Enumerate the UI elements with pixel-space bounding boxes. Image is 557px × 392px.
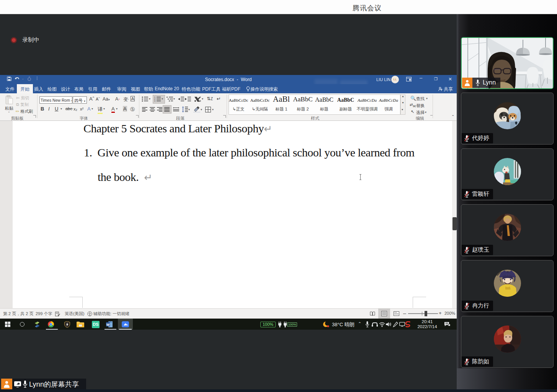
svg-text:W: W	[106, 323, 110, 327]
svg-text:3: 3	[154, 100, 155, 102]
